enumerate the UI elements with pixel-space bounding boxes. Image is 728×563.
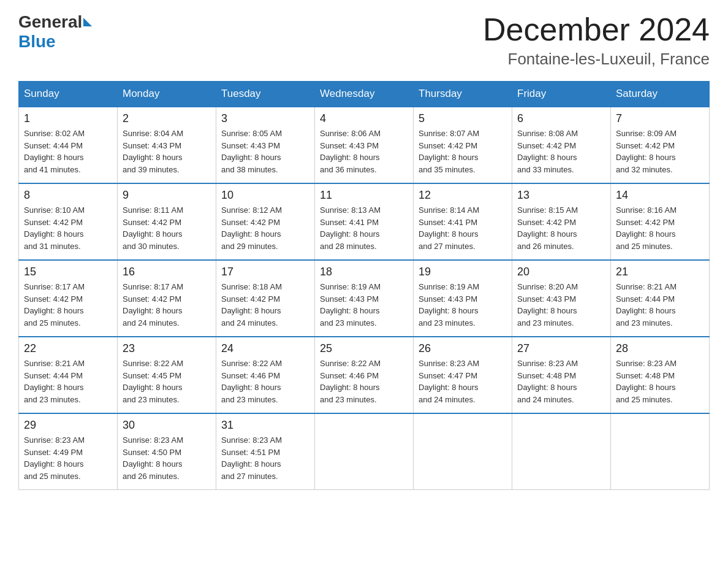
table-row: 11 Sunrise: 8:13 AM Sunset: 4:41 PM Dayl… — [315, 183, 414, 260]
logo-arrow-icon — [83, 18, 92, 26]
day-info: Sunrise: 8:20 AM Sunset: 4:43 PM Dayligh… — [517, 281, 605, 329]
day-info: Sunrise: 8:08 AM Sunset: 4:42 PM Dayligh… — [517, 128, 605, 175]
table-row: 26 Sunrise: 8:23 AM Sunset: 4:47 PM Dayl… — [414, 337, 512, 413]
day-number: 7 — [616, 112, 704, 125]
day-info: Sunrise: 8:11 AM Sunset: 4:42 PM Dayligh… — [123, 204, 211, 252]
table-row — [414, 413, 512, 490]
day-info: Sunrise: 8:09 AM Sunset: 4:42 PM Dayligh… — [616, 128, 704, 175]
table-row: 6 Sunrise: 8:08 AM Sunset: 4:42 PM Dayli… — [512, 107, 611, 183]
col-thursday: Thursday — [414, 82, 512, 107]
day-info: Sunrise: 8:22 AM Sunset: 4:45 PM Dayligh… — [123, 358, 211, 405]
calendar-week-row: 8 Sunrise: 8:10 AM Sunset: 4:42 PM Dayli… — [19, 183, 710, 260]
title-area: December 2024 Fontaine-les-Luxeuil, Fran… — [483, 12, 710, 69]
day-info: Sunrise: 8:04 AM Sunset: 4:43 PM Dayligh… — [123, 128, 211, 175]
day-number: 3 — [221, 112, 309, 125]
table-row: 14 Sunrise: 8:16 AM Sunset: 4:42 PM Dayl… — [611, 183, 710, 260]
day-number: 19 — [419, 266, 507, 278]
day-number: 8 — [24, 189, 112, 202]
table-row — [512, 413, 611, 490]
day-number: 27 — [517, 342, 605, 355]
day-number: 23 — [123, 342, 211, 355]
table-row: 10 Sunrise: 8:12 AM Sunset: 4:42 PM Dayl… — [216, 183, 315, 260]
table-row: 9 Sunrise: 8:11 AM Sunset: 4:42 PM Dayli… — [118, 183, 216, 260]
day-number: 31 — [221, 419, 309, 432]
table-row: 7 Sunrise: 8:09 AM Sunset: 4:42 PM Dayli… — [611, 107, 710, 183]
day-info: Sunrise: 8:16 AM Sunset: 4:42 PM Dayligh… — [616, 204, 704, 252]
day-number: 10 — [221, 189, 309, 202]
day-number: 21 — [616, 266, 704, 278]
day-number: 4 — [320, 112, 408, 125]
table-row: 25 Sunrise: 8:22 AM Sunset: 4:46 PM Dayl… — [315, 337, 414, 413]
day-info: Sunrise: 8:14 AM Sunset: 4:41 PM Dayligh… — [419, 204, 507, 252]
day-info: Sunrise: 8:19 AM Sunset: 4:43 PM Dayligh… — [419, 281, 507, 329]
table-row: 29 Sunrise: 8:23 AM Sunset: 4:49 PM Dayl… — [19, 413, 118, 490]
day-info: Sunrise: 8:17 AM Sunset: 4:42 PM Dayligh… — [24, 281, 112, 329]
calendar-week-row: 29 Sunrise: 8:23 AM Sunset: 4:49 PM Dayl… — [19, 413, 710, 490]
col-sunday: Sunday — [19, 82, 118, 107]
day-number: 17 — [221, 266, 309, 278]
table-row: 28 Sunrise: 8:23 AM Sunset: 4:48 PM Dayl… — [611, 337, 710, 413]
table-row: 15 Sunrise: 8:17 AM Sunset: 4:42 PM Dayl… — [19, 260, 118, 337]
day-info: Sunrise: 8:02 AM Sunset: 4:44 PM Dayligh… — [24, 128, 112, 175]
day-number: 13 — [517, 189, 605, 202]
day-number: 29 — [24, 419, 112, 432]
day-number: 12 — [419, 189, 507, 202]
day-number: 26 — [419, 342, 507, 355]
col-wednesday: Wednesday — [315, 82, 414, 107]
day-number: 14 — [616, 189, 704, 202]
table-row: 17 Sunrise: 8:18 AM Sunset: 4:42 PM Dayl… — [216, 260, 315, 337]
calendar-header-row: Sunday Monday Tuesday Wednesday Thursday… — [19, 82, 710, 107]
table-row: 1 Sunrise: 8:02 AM Sunset: 4:44 PM Dayli… — [19, 107, 118, 183]
day-number: 9 — [123, 189, 211, 202]
month-title: December 2024 — [483, 12, 710, 47]
day-number: 16 — [123, 266, 211, 278]
table-row: 27 Sunrise: 8:23 AM Sunset: 4:48 PM Dayl… — [512, 337, 611, 413]
table-row — [611, 413, 710, 490]
day-number: 18 — [320, 266, 408, 278]
col-tuesday: Tuesday — [216, 82, 315, 107]
day-info: Sunrise: 8:21 AM Sunset: 4:44 PM Dayligh… — [616, 281, 704, 329]
table-row: 21 Sunrise: 8:21 AM Sunset: 4:44 PM Dayl… — [611, 260, 710, 337]
logo-general-text: General — [18, 12, 82, 32]
day-info: Sunrise: 8:22 AM Sunset: 4:46 PM Dayligh… — [320, 358, 408, 405]
day-number: 15 — [24, 266, 112, 278]
day-number: 24 — [221, 342, 309, 355]
day-number: 22 — [24, 342, 112, 355]
table-row: 4 Sunrise: 8:06 AM Sunset: 4:43 PM Dayli… — [315, 107, 414, 183]
day-info: Sunrise: 8:15 AM Sunset: 4:42 PM Dayligh… — [517, 204, 605, 252]
day-info: Sunrise: 8:23 AM Sunset: 4:50 PM Dayligh… — [123, 434, 211, 482]
day-number: 30 — [123, 419, 211, 432]
day-info: Sunrise: 8:06 AM Sunset: 4:43 PM Dayligh… — [320, 128, 408, 175]
day-info: Sunrise: 8:23 AM Sunset: 4:51 PM Dayligh… — [221, 434, 309, 482]
table-row: 22 Sunrise: 8:21 AM Sunset: 4:44 PM Dayl… — [19, 337, 118, 413]
day-info: Sunrise: 8:23 AM Sunset: 4:48 PM Dayligh… — [517, 358, 605, 405]
table-row: 8 Sunrise: 8:10 AM Sunset: 4:42 PM Dayli… — [19, 183, 118, 260]
calendar-week-row: 15 Sunrise: 8:17 AM Sunset: 4:42 PM Dayl… — [19, 260, 710, 337]
table-row: 12 Sunrise: 8:14 AM Sunset: 4:41 PM Dayl… — [414, 183, 512, 260]
day-info: Sunrise: 8:21 AM Sunset: 4:44 PM Dayligh… — [24, 358, 112, 405]
day-info: Sunrise: 8:17 AM Sunset: 4:42 PM Dayligh… — [123, 281, 211, 329]
day-number: 28 — [616, 342, 704, 355]
day-number: 6 — [517, 112, 605, 125]
calendar-table: Sunday Monday Tuesday Wednesday Thursday… — [18, 81, 710, 490]
table-row: 19 Sunrise: 8:19 AM Sunset: 4:43 PM Dayl… — [414, 260, 512, 337]
table-row: 5 Sunrise: 8:07 AM Sunset: 4:42 PM Dayli… — [414, 107, 512, 183]
col-monday: Monday — [118, 82, 216, 107]
day-number: 5 — [419, 112, 507, 125]
table-row: 24 Sunrise: 8:22 AM Sunset: 4:46 PM Dayl… — [216, 337, 315, 413]
day-info: Sunrise: 8:19 AM Sunset: 4:43 PM Dayligh… — [320, 281, 408, 329]
day-info: Sunrise: 8:13 AM Sunset: 4:41 PM Dayligh… — [320, 204, 408, 252]
table-row: 16 Sunrise: 8:17 AM Sunset: 4:42 PM Dayl… — [118, 260, 216, 337]
logo: General Blue — [18, 12, 92, 52]
day-info: Sunrise: 8:07 AM Sunset: 4:42 PM Dayligh… — [419, 128, 507, 175]
day-info: Sunrise: 8:23 AM Sunset: 4:47 PM Dayligh… — [419, 358, 507, 405]
day-number: 25 — [320, 342, 408, 355]
table-row: 18 Sunrise: 8:19 AM Sunset: 4:43 PM Dayl… — [315, 260, 414, 337]
day-info: Sunrise: 8:18 AM Sunset: 4:42 PM Dayligh… — [221, 281, 309, 329]
table-row: 20 Sunrise: 8:20 AM Sunset: 4:43 PM Dayl… — [512, 260, 611, 337]
table-row: 23 Sunrise: 8:22 AM Sunset: 4:45 PM Dayl… — [118, 337, 216, 413]
table-row — [315, 413, 414, 490]
day-info: Sunrise: 8:05 AM Sunset: 4:43 PM Dayligh… — [221, 128, 309, 175]
day-info: Sunrise: 8:10 AM Sunset: 4:42 PM Dayligh… — [24, 204, 112, 252]
day-info: Sunrise: 8:22 AM Sunset: 4:46 PM Dayligh… — [221, 358, 309, 405]
